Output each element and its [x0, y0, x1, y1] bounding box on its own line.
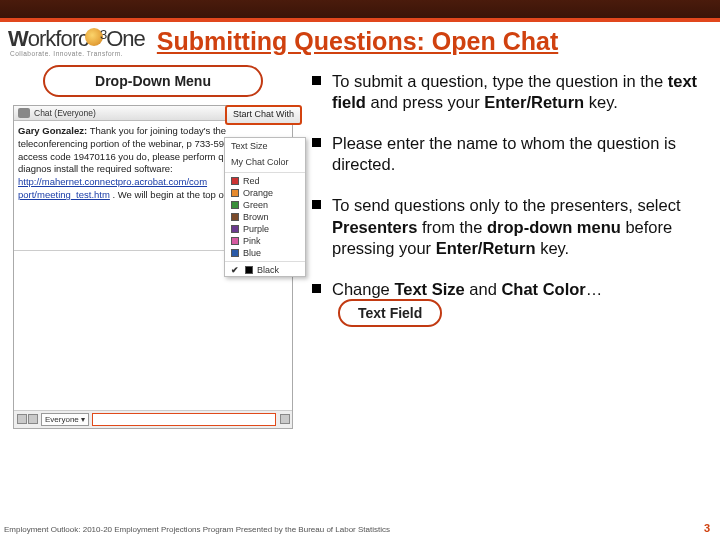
logo-tagline: Collaborate. Innovate. Transform. — [10, 50, 123, 57]
menu-color-orange[interactable]: Orange — [225, 187, 305, 199]
right-column: To submit a question, type the question … — [298, 65, 712, 429]
left-column: Drop-Down Menu Chat (Everyone) Gary Gonz… — [8, 65, 298, 429]
bullet-list: To submit a question, type the question … — [312, 71, 708, 300]
menu-color-purple[interactable]: Purple — [225, 223, 305, 235]
footer-text: Employment Outlook: 2010-20 Employment P… — [4, 525, 390, 534]
text-field-label: Text Field — [338, 299, 442, 327]
chat-header-text: Chat (Everyone) — [34, 108, 96, 118]
chat-tool-icons — [16, 414, 38, 426]
bullet-1: To submit a question, type the question … — [312, 71, 708, 113]
chat-input-row: Everyone ▾ — [14, 411, 292, 428]
header-row: Workforc3One Collaborate. Innovate. Tran… — [0, 22, 720, 59]
chat-send-icon[interactable] — [279, 414, 290, 426]
context-menu: Text Size My Chat Color Red Orange Green… — [224, 137, 306, 277]
top-stripe — [0, 0, 720, 22]
menu-color-pink[interactable]: Pink — [225, 235, 305, 247]
dropdown-menu-label: Drop-Down Menu — [43, 65, 263, 97]
menu-color-green[interactable]: Green — [225, 199, 305, 211]
menu-color-red[interactable]: Red — [225, 175, 305, 187]
bullet-3: To send questions only to the presenters… — [312, 195, 708, 258]
menu-item-text-size[interactable]: Text Size — [225, 138, 305, 154]
menu-separator-2 — [225, 261, 305, 262]
menu-color-black[interactable]: ✔Black — [225, 264, 305, 276]
chat-text-input[interactable] — [92, 413, 276, 426]
content-area: Drop-Down Menu Chat (Everyone) Gary Gonz… — [0, 59, 720, 429]
start-chat-with-button[interactable]: Start Chat With — [225, 105, 302, 125]
menu-item-chat-color[interactable]: My Chat Color — [225, 154, 305, 170]
menu-separator — [225, 172, 305, 173]
page-number: 3 — [704, 522, 710, 534]
slide-title: Submitting Questions: Open Chat — [157, 27, 558, 56]
menu-color-blue[interactable]: Blue — [225, 247, 305, 259]
chat-bubble-icon — [18, 108, 30, 118]
logo: Workforc3One Collaborate. Innovate. Tran… — [8, 26, 145, 57]
chat-author: Gary Gonzalez: — [18, 125, 87, 136]
menu-color-brown[interactable]: Brown — [225, 211, 305, 223]
bullet-4: Change Text Size and Chat Color… — [312, 279, 708, 300]
logo-wordmark: Workforc3One — [8, 26, 145, 52]
bullet-2: Please enter the name to whom the questi… — [312, 133, 708, 175]
chat-recipient-dropdown[interactable]: Everyone ▾ — [41, 413, 89, 426]
